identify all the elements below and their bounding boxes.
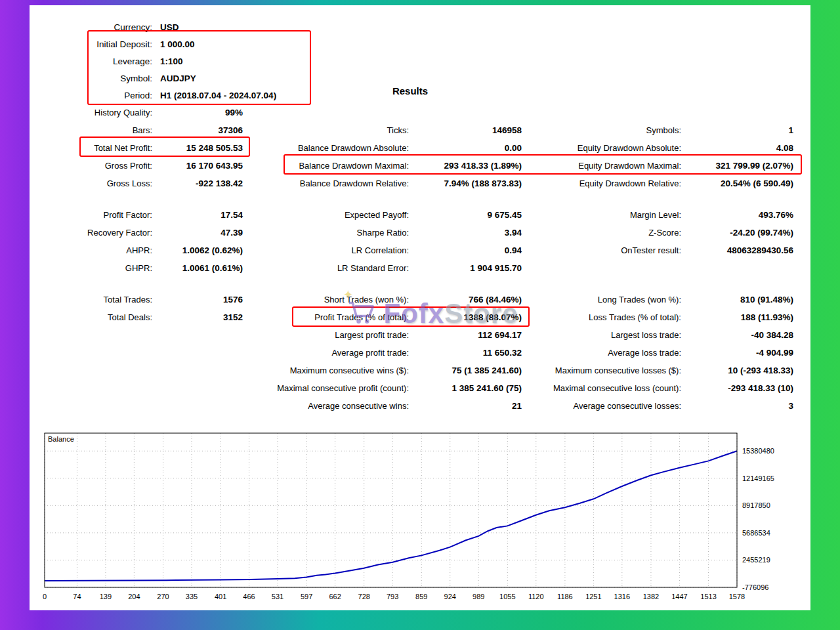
y-axis-label: 15380480 (742, 447, 774, 455)
x-axis-label: 74 (73, 593, 81, 600)
stat-label: Gross Loss: (30, 178, 152, 188)
stat-label: Recovery Factor: (30, 228, 152, 238)
stat-value: 293 418.33 (1.89%) (409, 161, 522, 171)
stat-value: 10 (-293 418.33) (681, 366, 793, 375)
stat-value: 4.08 (681, 143, 793, 153)
stat-label: Ticks: (243, 125, 409, 135)
stats-row: Profit Factor:17.54Expected Payoff:9 675… (30, 206, 793, 224)
chart-series-label: Balance (48, 435, 74, 443)
x-axis-label: 1316 (614, 593, 630, 600)
stat-label: History Quality: (30, 108, 152, 117)
stat-value: 1 385 241.60 (75) (409, 383, 522, 393)
stat-label: Average loss trade: (522, 348, 681, 358)
stat-label: Equity Drawdown Absolute: (522, 143, 681, 153)
stat-value: -40 384.28 (681, 330, 793, 340)
x-axis-label: 728 (358, 593, 370, 600)
stat-value: 20.54% (6 590.49) (681, 178, 793, 188)
x-axis-label: 597 (301, 593, 312, 600)
x-axis-label: 139 (100, 593, 112, 600)
stats-row: GHPR:1.0061 (0.61%)LR Standard Error:1 9… (30, 259, 793, 277)
stat-value: 16 170 643.95 (152, 161, 243, 171)
x-axis-label: 793 (387, 593, 398, 600)
y-axis-label: 5686534 (742, 529, 770, 537)
stat-value: 3152 (152, 312, 243, 322)
y-axis-label: 12149165 (742, 474, 774, 482)
stat-value: 112 694.17 (409, 330, 522, 340)
stat-label: Maximum consecutive losses ($): (522, 366, 681, 375)
stat-value: 48063289430.56 (681, 245, 793, 255)
stat-label: Symbols: (522, 125, 681, 135)
stat-label: Profit Trades (% of total): (243, 312, 409, 322)
stat-label: Expected Payoff: (243, 210, 409, 220)
stat-label: Z-Score: (522, 228, 681, 238)
stat-value: -4 904.99 (681, 348, 793, 358)
stat-value: 47.39 (152, 228, 243, 238)
stat-value: 21 (409, 401, 522, 411)
stats-row: Maximum consecutive wins ($):75 (1 385 2… (30, 362, 793, 379)
stat-label: Long Trades (won %): (522, 295, 681, 304)
x-axis-label: 466 (243, 593, 255, 600)
balance-chart-svg: 1538048012149165891785056865342455219-77… (43, 430, 797, 606)
stat-label: GHPR: (30, 263, 152, 273)
stat-value: 188 (11.93%) (681, 312, 793, 322)
stat-value: 1388 (88.07%) (409, 312, 522, 322)
stat-value: 0.94 (409, 245, 522, 255)
stat-label: Average profit trade: (243, 348, 409, 358)
stat-value: 810 (91.48%) (681, 295, 793, 304)
stat-value: 766 (84.46%) (409, 295, 522, 304)
stat-label: Maximal consecutive loss (count): (522, 383, 681, 393)
stat-label: Total Trades: (30, 295, 152, 304)
stat-value: 1 904 915.70 (409, 263, 522, 273)
stat-value: 37306 (152, 125, 243, 135)
x-axis-label: 1578 (729, 593, 745, 600)
stats-row: Gross Loss:-922 138.42Balance Drawdown R… (30, 175, 793, 192)
stat-value: 7.94% (188 873.83) (409, 178, 522, 188)
stat-value: 75 (1 385 241.60) (409, 366, 522, 375)
stat-value: 493.76% (681, 210, 793, 220)
stat-value: 15 248 505.53 (152, 143, 243, 153)
stats-row: Average consecutive wins:21Average conse… (30, 397, 793, 415)
stat-label: Sharpe Ratio: (243, 228, 409, 238)
y-axis-label: 8917850 (742, 501, 770, 509)
stat-label: LR Correlation: (243, 245, 409, 255)
stat-value: 146958 (409, 125, 522, 135)
stat-value: 17.54 (152, 210, 243, 220)
y-axis-label: 2455219 (742, 556, 770, 564)
stat-value: -922 138.42 (152, 178, 243, 188)
report-page: Currency:USDInitial Deposit:1 000.00Leve… (30, 5, 810, 610)
stat-label: Equity Drawdown Maximal: (522, 161, 681, 171)
x-axis-label: 1186 (557, 593, 573, 600)
stats-row: Largest profit trade:112 694.17Largest l… (30, 326, 793, 344)
stat-label: LR Standard Error: (243, 263, 409, 273)
stat-label: Average consecutive wins: (243, 401, 409, 411)
stat-label: Margin Level: (522, 210, 681, 220)
stat-label: Gross Profit: (30, 161, 152, 171)
x-axis-label: 401 (215, 593, 226, 600)
stat-label: OnTester result: (522, 245, 681, 255)
stat-label: Average consecutive losses: (522, 401, 681, 411)
x-axis-label: 1447 (671, 593, 687, 600)
x-axis-label: 335 (186, 593, 198, 600)
stat-value: 3 (681, 401, 793, 411)
x-axis-label: 0 (43, 593, 47, 600)
stat-value: 99% (152, 108, 243, 117)
stats-row: Maximal consecutive profit (count):1 385… (30, 379, 793, 397)
stat-value: -293 418.33 (10) (681, 383, 793, 393)
stat-label: Maximum consecutive wins ($): (243, 366, 409, 375)
stat-label: Largest loss trade: (522, 330, 681, 340)
stat-label: Short Trades (won %): (243, 295, 409, 304)
stats-grid: History Quality:99%Bars:37306Ticks:14695… (30, 5, 810, 432)
stats-row: Gross Profit:16 170 643.95Balance Drawdo… (30, 157, 793, 175)
stat-label: Balance Drawdown Relative: (243, 178, 409, 188)
stat-value: 9 675.45 (409, 210, 522, 220)
stats-row: Total Trades:1576Short Trades (won %):76… (30, 291, 793, 308)
stat-label: Largest profit trade: (243, 330, 409, 340)
stats-row: AHPR:1.0062 (0.62%)LR Correlation:0.94On… (30, 242, 793, 259)
x-axis-label: 1382 (643, 593, 659, 600)
balance-chart: 1538048012149165891785056865342455219-77… (43, 430, 797, 606)
stat-label: Total Deals: (30, 312, 152, 322)
stat-label: Bars: (30, 125, 152, 135)
stats-row: Bars:37306Ticks:146958Symbols:1 (30, 121, 793, 139)
stat-label: Equity Drawdown Relative: (522, 178, 681, 188)
stat-value: 11 650.32 (409, 348, 522, 358)
